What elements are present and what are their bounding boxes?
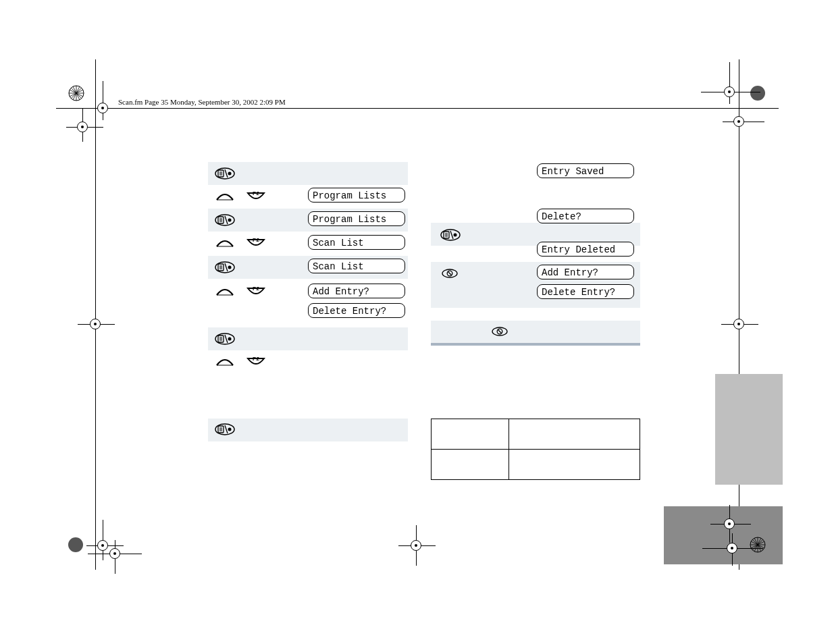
home-cancel-icon [442, 269, 458, 278]
table-cell [432, 419, 509, 450]
svg-line-5 [225, 169, 228, 178]
menu-select-icon [215, 167, 235, 180]
table-cell [509, 450, 640, 480]
step-row-shade [208, 162, 408, 185]
svg-point-6 [228, 172, 232, 176]
registration-mark-icon [750, 85, 766, 101]
svg-point-22 [228, 266, 232, 269]
lcd-display: Program Lists [308, 211, 405, 226]
home-cancel-icon [492, 327, 508, 336]
crop-line [56, 108, 779, 109]
lcd-display: Add Entry? [308, 284, 405, 298]
svg-point-61 [750, 86, 765, 101]
p2-button-icon: P2 [246, 238, 266, 248]
svg-point-14 [228, 219, 232, 222]
table-row [432, 450, 640, 480]
svg-line-21 [225, 263, 228, 271]
registration-mark-icon [68, 537, 84, 553]
svg-line-48 [448, 271, 451, 275]
lcd-display: Scan List [308, 235, 405, 250]
svg-point-62 [68, 537, 83, 552]
reference-table [431, 419, 640, 480]
svg-line-37 [225, 425, 228, 433]
lcd-display: Add Entry? [537, 265, 634, 279]
scroll-button-icon [215, 356, 235, 367]
step-row-shade [208, 419, 408, 441]
page-header-text: Scan.fm Page 35 Monday, September 30, 20… [118, 98, 286, 106]
registration-mark-icon [750, 537, 766, 553]
step-row-shade [431, 321, 640, 344]
p2-button-icon: P2 [246, 286, 266, 297]
scroll-button-icon [215, 191, 235, 202]
registration-mark-icon [68, 85, 84, 101]
menu-select-icon [215, 261, 235, 273]
p2-button-icon: P2 [246, 191, 266, 202]
svg-point-38 [228, 428, 232, 431]
menu-select-icon [440, 229, 461, 241]
p2-button-icon: P2 [246, 356, 266, 367]
thumb-tab [715, 374, 783, 485]
section-rule [431, 343, 640, 346]
step-row-shade [208, 327, 408, 350]
svg-line-44 [450, 231, 453, 239]
menu-select-icon [215, 423, 235, 435]
lcd-display: Entry Saved [537, 163, 634, 178]
scroll-button-icon [215, 238, 235, 248]
menu-select-icon [215, 214, 235, 226]
lcd-display: Delete? [537, 209, 634, 223]
lcd-display: Program Lists [308, 188, 405, 203]
table-cell [432, 450, 509, 480]
table-row [432, 419, 640, 450]
lcd-display: Entry Deleted [537, 242, 634, 257]
table-cell [509, 419, 640, 450]
svg-point-45 [454, 234, 457, 237]
menu-select-icon [215, 333, 235, 345]
thumb-tab [664, 506, 783, 564]
lcd-display: Scan List [308, 259, 405, 273]
svg-line-13 [225, 216, 228, 224]
svg-point-30 [228, 338, 232, 341]
svg-line-29 [225, 335, 228, 343]
lcd-display: Delete Entry? [308, 303, 405, 318]
svg-line-51 [498, 329, 501, 333]
lcd-display: Delete Entry? [537, 284, 634, 299]
scroll-button-icon [215, 286, 235, 297]
